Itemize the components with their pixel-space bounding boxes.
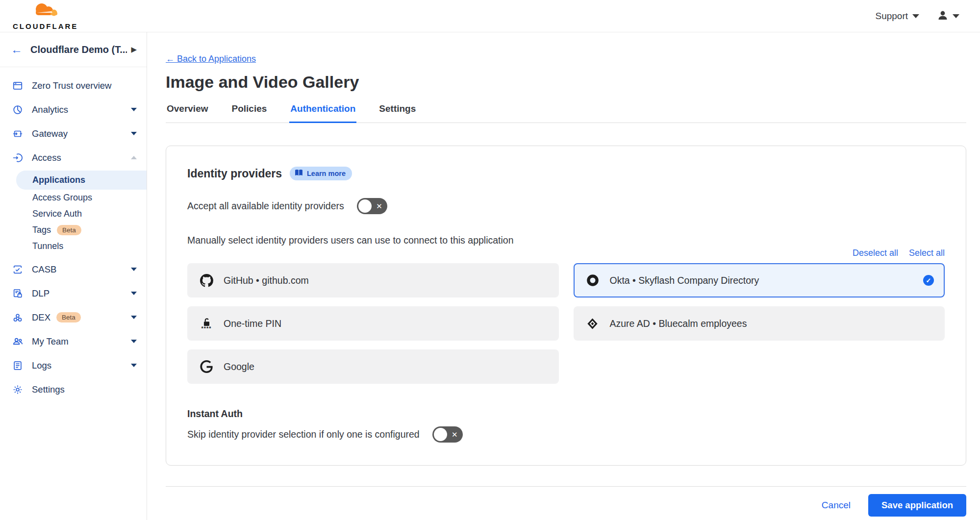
provider-name: Okta • Skyflash Company Directory xyxy=(610,275,759,286)
support-label: Support xyxy=(875,11,908,22)
okta-icon xyxy=(585,273,600,287)
cancel-button[interactable]: Cancel xyxy=(822,500,851,511)
chevron-down-icon xyxy=(131,268,137,271)
learn-more-label: Learn more xyxy=(307,170,346,177)
provider-name: One-time PIN xyxy=(224,318,281,329)
sidebar-item-label: Logs xyxy=(32,360,51,371)
tab-policies[interactable]: Policies xyxy=(231,103,268,123)
beta-badge: Beta xyxy=(56,312,81,322)
provider-tile-github[interactable]: GitHub • github.com xyxy=(187,263,559,297)
sidebar-item-label: Zero Trust overview xyxy=(32,80,111,91)
identity-providers-card: Identity providers Learn more Accept all… xyxy=(166,146,966,466)
chevron-down-icon xyxy=(953,14,959,18)
toggle-off-x-icon: ✕ xyxy=(452,430,458,439)
sidebar-item-applications[interactable]: Applications xyxy=(16,171,147,190)
tab-settings[interactable]: Settings xyxy=(378,103,417,123)
google-icon xyxy=(199,360,214,373)
learn-more-badge[interactable]: Learn more xyxy=(290,167,352,180)
select-all-link[interactable]: Select all xyxy=(909,248,945,258)
instant-auth-toggle-label: Skip identity provider selection if only… xyxy=(187,429,420,440)
sidebar-item-access[interactable]: Access xyxy=(0,146,147,170)
casb-icon xyxy=(12,264,24,275)
sidebar-item-label: DLP xyxy=(32,288,50,299)
sidebar-item-label: My Team xyxy=(32,336,69,347)
sidebar-account-switcher[interactable]: ← Cloudflare Demo (T... ▶ xyxy=(0,32,147,67)
instant-auth-toggle[interactable]: ✕ xyxy=(432,426,463,443)
toggle-knob xyxy=(434,428,447,441)
one-time-pin-icon: **** xyxy=(199,318,214,330)
tab-authentication[interactable]: Authentication xyxy=(289,103,356,123)
back-to-applications-link[interactable]: ← Back to Applications xyxy=(166,54,256,64)
support-menu[interactable]: Support xyxy=(875,11,919,22)
main-content: ← Back to Applications Image and Video G… xyxy=(147,32,980,520)
sidebar-item-dex[interactable]: DEX Beta xyxy=(0,305,147,329)
cloudflare-logo[interactable]: CLOUDFLARE xyxy=(13,2,78,30)
book-icon xyxy=(295,169,303,178)
instant-auth-heading: Instant Auth xyxy=(187,408,945,420)
sidebar-subitem-label: Service Auth xyxy=(32,209,82,219)
sidebar-item-label: Analytics xyxy=(32,104,68,115)
chevron-down-icon xyxy=(131,292,137,295)
top-bar: CLOUDFLARE Support xyxy=(0,0,980,32)
chevron-down-icon xyxy=(131,108,137,111)
user-menu[interactable] xyxy=(937,9,959,23)
page-title: Image and Video Gallery xyxy=(166,73,966,92)
provider-name: GitHub • github.com xyxy=(224,275,309,286)
sidebar-item-tunnels[interactable]: Tunnels xyxy=(0,238,147,254)
back-arrow-icon[interactable]: ← xyxy=(11,43,23,56)
sidebar-item-label: DEX xyxy=(32,312,50,323)
sidebar-item-my-team[interactable]: My Team xyxy=(0,329,147,353)
accept-all-toggle[interactable]: ✕ xyxy=(357,198,387,214)
sidebar: ← Cloudflare Demo (T... ▶ Zero Trust ove… xyxy=(0,32,147,520)
provider-tile-google[interactable]: Google xyxy=(187,349,559,384)
card-title: Identity providers xyxy=(187,167,282,180)
sidebar-item-service-auth[interactable]: Service Auth xyxy=(0,206,147,222)
access-subnav: Applications Access Groups Service Auth … xyxy=(0,171,147,254)
sidebar-item-settings[interactable]: Settings xyxy=(0,377,147,401)
sidebar-item-tags[interactable]: Tags Beta xyxy=(0,222,147,238)
sidebar-subitem-label: Applications xyxy=(32,175,85,185)
chevron-down-icon xyxy=(131,364,137,367)
sidebar-item-zero-trust-overview[interactable]: Zero Trust overview xyxy=(0,74,147,98)
sidebar-item-dlp[interactable]: DLP xyxy=(0,281,147,305)
logs-list-icon xyxy=(12,360,24,371)
save-application-button[interactable]: Save application xyxy=(868,494,966,517)
sidebar-item-access-groups[interactable]: Access Groups xyxy=(0,190,147,206)
tab-bar: Overview Policies Authentication Setting… xyxy=(166,103,966,123)
cloudflare-logo-text: CLOUDFLARE xyxy=(13,23,78,30)
tab-overview[interactable]: Overview xyxy=(166,103,209,123)
provider-tiles: GitHub • github.com Okta • Skyflash Comp… xyxy=(187,263,945,384)
github-icon xyxy=(199,274,214,287)
toggle-knob xyxy=(358,199,372,213)
selected-check-icon: ✓ xyxy=(923,275,934,286)
cloudflare-cloud-icon xyxy=(23,2,68,22)
sidebar-item-label: Gateway xyxy=(32,128,68,139)
manual-select-text: Manually select identity providers users… xyxy=(187,235,945,246)
sidebar-item-gateway[interactable]: Gateway xyxy=(0,122,147,146)
settings-gear-icon xyxy=(12,384,24,396)
chevron-right-icon: ▶ xyxy=(131,45,137,54)
provider-tile-azure-ad[interactable]: Azure AD • Bluecalm employees xyxy=(574,306,945,341)
access-icon xyxy=(12,152,24,164)
chevron-down-icon xyxy=(131,132,137,135)
sidebar-item-analytics[interactable]: Analytics xyxy=(0,98,147,122)
provider-tile-okta[interactable]: Okta • Skyflash Company Directory ✓ xyxy=(574,263,945,297)
toggle-off-x-icon: ✕ xyxy=(376,202,382,211)
account-name: Cloudflare Demo (T... xyxy=(30,44,127,55)
team-people-icon xyxy=(12,336,24,347)
chevron-up-icon xyxy=(131,156,137,159)
sidebar-item-casb[interactable]: CASB xyxy=(0,257,147,281)
dex-network-icon xyxy=(12,312,24,323)
provider-tile-one-time-pin[interactable]: **** One-time PIN xyxy=(187,306,559,341)
chevron-down-icon xyxy=(131,340,137,343)
sidebar-item-logs[interactable]: Logs xyxy=(0,353,147,377)
sidebar-subitem-label: Tags xyxy=(32,225,51,235)
azure-ad-icon xyxy=(585,317,600,330)
sidebar-nav: Zero Trust overview Analytics Gateway xyxy=(0,67,147,401)
sidebar-subitem-label: Access Groups xyxy=(32,193,92,203)
provider-name: Google xyxy=(224,361,254,372)
dlp-document-lock-icon xyxy=(12,288,24,299)
otp-stars: **** xyxy=(201,327,211,330)
deselect-all-link[interactable]: Deselect all xyxy=(853,248,898,258)
beta-badge: Beta xyxy=(57,225,81,235)
